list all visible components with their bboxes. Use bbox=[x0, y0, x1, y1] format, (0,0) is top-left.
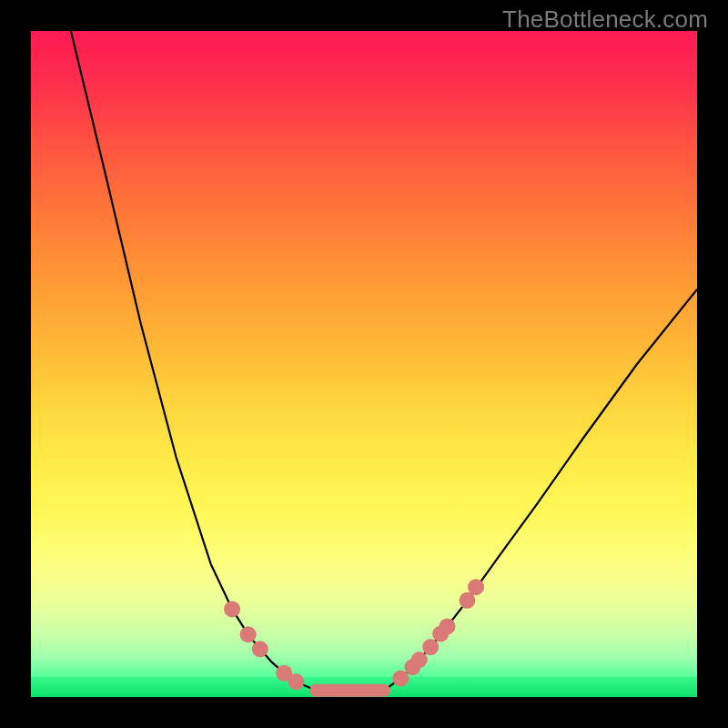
curve-marker bbox=[422, 639, 439, 655]
curve-markers-left bbox=[224, 601, 304, 690]
chart-svg bbox=[31, 31, 697, 697]
curve-marker bbox=[252, 641, 268, 657]
bottleneck-curve bbox=[71, 31, 697, 691]
curve-marker bbox=[288, 673, 304, 690]
curve-marker bbox=[440, 618, 456, 634]
watermark-text: TheBottleneck.com bbox=[502, 5, 708, 34]
curve-marker bbox=[224, 601, 240, 617]
curve-marker bbox=[411, 652, 428, 668]
curve-markers-right bbox=[392, 579, 484, 686]
curve-marker bbox=[240, 626, 257, 642]
curve-marker bbox=[392, 671, 409, 687]
plot-area bbox=[31, 31, 697, 697]
chart-container: TheBottleneck.com bbox=[0, 0, 728, 728]
curve-marker bbox=[468, 579, 484, 595]
